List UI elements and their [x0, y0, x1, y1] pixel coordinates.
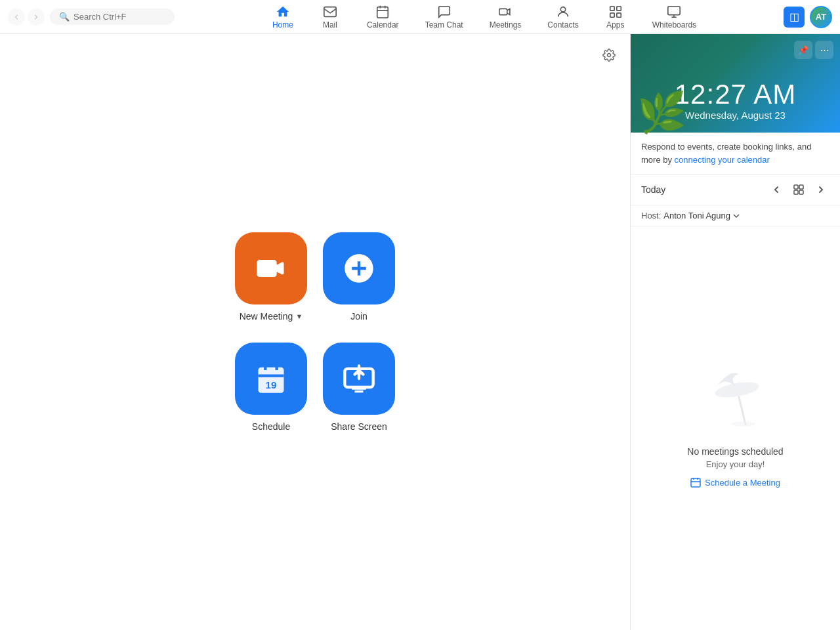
cal-next-button[interactable] [812, 181, 830, 198]
actions-grid: New Meeting ▼ Join 19 Schedule [235, 232, 395, 432]
search-icon: 🔍 [59, 12, 70, 22]
calendar-more-button[interactable]: ⋯ [815, 41, 833, 59]
host-name: Anton Toni Agung [663, 211, 730, 220]
top-navigation: 🔍 Home Mail Calendar Team Chat Meetings [0, 0, 840, 34]
nav-items: Home Mail Calendar Team Chat Meetings Co… [185, 2, 784, 32]
no-meetings-illustration [703, 369, 768, 438]
action-share-screen[interactable]: Share Screen [323, 343, 395, 432]
nav-label-meetings: Meetings [490, 20, 522, 30]
join-button[interactable] [323, 232, 395, 304]
svg-rect-4 [610, 6, 614, 10]
chevron-down-icon [732, 211, 741, 220]
schedule-meeting-link[interactable]: Schedule a Meeting [690, 477, 780, 488]
calendar-info-text: Respond to events, create booking links,… [641, 140, 830, 166]
nav-label-whiteboards: Whiteboards [652, 20, 696, 30]
new-meeting-label: New Meeting ▼ [240, 311, 303, 322]
action-schedule[interactable]: 19 Schedule [235, 343, 307, 432]
host-name-select[interactable]: Anton Toni Agung [663, 211, 741, 220]
nav-label-contacts: Contacts [547, 20, 578, 30]
today-label: Today [641, 184, 763, 195]
nav-item-whiteboards[interactable]: Whiteboards [642, 2, 707, 32]
action-new-meeting[interactable]: New Meeting ▼ [235, 232, 307, 322]
settings-button[interactable] [598, 45, 620, 66]
host-label: Host: [641, 211, 661, 220]
svg-point-3 [560, 7, 565, 11]
join-label: Join [350, 311, 368, 322]
schedule-meeting-icon [690, 477, 701, 488]
nav-item-mail[interactable]: Mail [309, 2, 351, 32]
svg-point-9 [608, 54, 611, 57]
split-view-button[interactable]: ◫ [784, 7, 805, 28]
svg-rect-14 [794, 185, 798, 189]
svg-rect-8 [668, 6, 680, 14]
cal-grid-view-button[interactable] [790, 181, 807, 198]
svg-point-20 [732, 421, 755, 427]
connect-calendar-link[interactable]: connecting your calendar [675, 155, 770, 165]
svg-rect-0 [324, 7, 336, 16]
nav-item-calendar[interactable]: Calendar [356, 2, 410, 32]
calendar-pin-button[interactable]: 📌 [794, 41, 812, 59]
nav-right-actions: ◫ AT [784, 6, 832, 28]
no-meetings-section: No meetings scheduled Enjoy your day! Sc… [631, 226, 840, 630]
svg-rect-1 [377, 7, 388, 18]
avatar[interactable]: AT [810, 6, 832, 28]
sidebar: 📌 ⋯ 🌿 12:27 AM Wednesday, August 23 Resp… [630, 34, 840, 630]
svg-rect-6 [610, 12, 614, 16]
svg-rect-17 [799, 190, 803, 194]
nav-item-home[interactable]: Home [262, 2, 304, 32]
search-bar[interactable]: 🔍 [50, 9, 175, 25]
host-row: Host: Anton Toni Agung [631, 205, 840, 226]
svg-rect-7 [617, 12, 621, 16]
new-meeting-button[interactable] [235, 232, 307, 304]
calendar-nav: Today [631, 175, 840, 205]
nav-item-team-chat[interactable]: Team Chat [415, 2, 474, 32]
back-forward-group [8, 9, 45, 26]
search-input[interactable] [74, 12, 165, 22]
nav-item-apps[interactable]: Apps [595, 2, 637, 32]
share-screen-label: Share Screen [331, 421, 387, 432]
share-screen-button[interactable] [323, 343, 395, 415]
svg-rect-15 [799, 185, 803, 189]
nav-label-team-chat: Team Chat [425, 20, 463, 30]
content-area: New Meeting ▼ Join 19 Schedule [0, 34, 630, 630]
cal-prev-button[interactable] [768, 181, 785, 198]
nav-label-mail: Mail [323, 20, 337, 30]
svg-rect-16 [794, 190, 798, 194]
nav-label-home: Home [272, 20, 293, 30]
main-layout: New Meeting ▼ Join 19 Schedule [0, 34, 840, 630]
action-join[interactable]: Join [323, 232, 395, 322]
svg-rect-5 [617, 6, 621, 10]
calendar-info: Respond to events, create booking links,… [631, 133, 840, 175]
schedule-button[interactable]: 19 [235, 343, 307, 415]
svg-rect-2 [499, 9, 507, 14]
calendar-banner: 📌 ⋯ 🌿 12:27 AM Wednesday, August 23 [631, 34, 840, 133]
no-meetings-subtitle: Enjoy your day! [706, 459, 765, 469]
nav-item-meetings[interactable]: Meetings [479, 2, 532, 32]
nav-item-contacts[interactable]: Contacts [537, 2, 589, 32]
nav-label-apps: Apps [606, 20, 624, 30]
no-meetings-title: No meetings scheduled [687, 446, 783, 457]
svg-rect-21 [691, 478, 700, 487]
forward-button[interactable] [28, 9, 45, 26]
clock-date: Wednesday, August 23 [641, 110, 830, 121]
back-button[interactable] [8, 9, 25, 26]
calendar-header-actions: 📌 ⋯ [794, 41, 833, 59]
new-meeting-chevron: ▼ [295, 312, 303, 320]
svg-text:19: 19 [266, 379, 277, 390]
nav-label-calendar: Calendar [367, 20, 399, 30]
schedule-label: Schedule [252, 421, 290, 432]
